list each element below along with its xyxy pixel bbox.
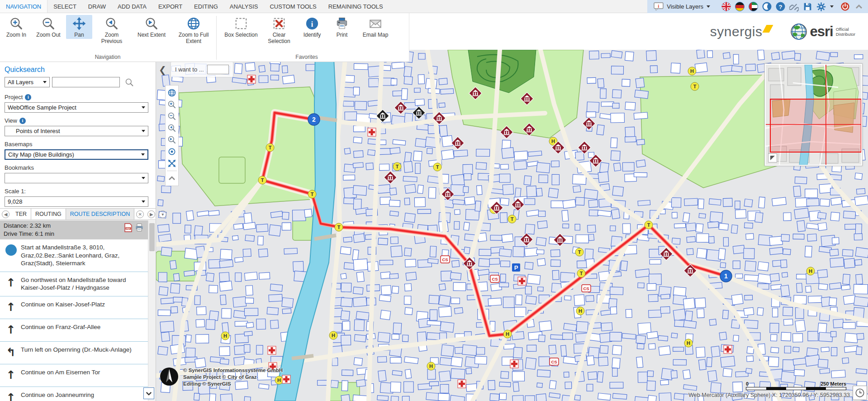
zoom-to-full-extent-button[interactable]: Zoom to Full Extent	[172, 15, 215, 45]
language-arabic-button[interactable]	[749, 2, 758, 11]
poi-pharmacy-marker[interactable]	[282, 375, 290, 383]
route-step[interactable]: ↑Continue on Am Eisernen Tor	[0, 364, 148, 387]
menu-item-remaining-tools[interactable]: REMAINING TOOLS	[323, 0, 389, 13]
logout-button[interactable]	[840, 2, 850, 11]
tab-routing[interactable]: ROUTING	[31, 209, 66, 220]
menu-item-select[interactable]: SELECT	[47, 0, 82, 13]
email-map-button[interactable]: Email Map	[355, 15, 396, 39]
scroll-down-button[interactable]	[143, 387, 154, 399]
collapse-tools-button[interactable]	[166, 172, 178, 184]
tab-route-description[interactable]: ROUTE DESCRIPTION	[66, 209, 135, 220]
poi-transit-marker[interactable]: T	[577, 269, 585, 277]
poi-pharmacy-marker[interactable]	[510, 360, 518, 368]
overview-collapse-button[interactable]	[768, 153, 777, 162]
next-extent-button[interactable]	[166, 134, 178, 146]
center-map-button[interactable]	[166, 146, 178, 158]
info-icon[interactable]: i	[25, 94, 31, 100]
tab-scroll-left-button[interactable]: ◀	[2, 210, 9, 218]
poi-hotel-marker[interactable]: H	[806, 267, 815, 275]
route-step[interactable]: ↑Continue on Franz-Graf-Allee	[0, 319, 148, 342]
route-step[interactable]: ↰Turn left on Opernring (Dr.-Muck-Anlage…	[0, 342, 148, 364]
route-scrollbar[interactable]	[148, 220, 156, 401]
poi-pharmacy-marker[interactable]	[518, 277, 526, 285]
poi-cs-marker[interactable]: CS	[490, 275, 499, 282]
language-english-button[interactable]	[721, 2, 731, 11]
menu-item-draw[interactable]: DRAW	[82, 0, 112, 13]
poi-transit-marker[interactable]: T	[258, 176, 266, 184]
night-mode-button[interactable]	[762, 2, 772, 11]
map-area[interactable]: TTTTTTTTTTTTHHHHHHHHHHCSCSCSCSP21 ❮ I wa…	[156, 50, 868, 401]
route-end-marker[interactable]: 2	[308, 114, 320, 125]
zoom-out-button[interactable]	[166, 110, 178, 122]
clock-button[interactable]	[853, 386, 867, 400]
extent-rectangle[interactable]	[770, 99, 861, 152]
poi-transit-marker[interactable]: T	[575, 248, 583, 256]
help-button[interactable]: ?	[776, 2, 785, 11]
menu-item-editing[interactable]: EDITING	[188, 0, 224, 13]
quicksearch-input[interactable]	[52, 77, 120, 87]
language-german-button[interactable]	[735, 2, 745, 11]
poi-pharmacy-marker[interactable]	[368, 128, 376, 136]
basemaps-select[interactable]: City Map (Blue Buildings)	[5, 149, 148, 160]
search-icon[interactable]	[125, 78, 134, 87]
zoom-out-button[interactable]: Zoom Out	[31, 15, 66, 39]
route-step[interactable]: Start at Mandellstraße 3, 8010, Graz,02.…	[0, 239, 148, 272]
bookmarks-select[interactable]	[5, 173, 148, 183]
poi-cs-marker[interactable]: CS	[550, 358, 559, 365]
poi-cs-marker[interactable]: CS	[441, 256, 450, 263]
map-canvas[interactable]: TTTTTTTTTTTTHHHHHHHHHHCSCSCSCSP21	[156, 50, 868, 401]
print-route-button[interactable]	[135, 223, 144, 232]
zoom-previous-button[interactable]: Zoom Previous	[92, 15, 131, 45]
poi-pharmacy-marker[interactable]	[268, 346, 276, 354]
poi-hotel-marker[interactable]: H	[503, 330, 512, 338]
visible-layers-dropdown[interactable]: i Visible Layers	[654, 2, 710, 11]
save-button[interactable]	[803, 2, 812, 11]
route-step[interactable]: ↑Continue on Joanneumring	[0, 387, 148, 401]
next-extent-button[interactable]: Next Extent	[131, 15, 172, 39]
panel-menu-button[interactable]: ▾	[159, 210, 166, 218]
route-start-marker[interactable]: 1	[720, 270, 732, 282]
quicksearch-layer-select[interactable]: All Layers	[5, 77, 50, 87]
poi-hotel-marker[interactable]: H	[329, 331, 337, 339]
poi-transit-marker[interactable]: T	[308, 190, 316, 198]
info-icon[interactable]: i	[19, 118, 26, 124]
poi-transit-marker[interactable]: T	[508, 215, 516, 223]
poi-transit-marker[interactable]: T	[335, 223, 343, 231]
i-want-to-widget[interactable]: I want to ...	[171, 62, 233, 77]
poi-hotel-marker[interactable]: H	[221, 332, 229, 340]
fullscreen-button[interactable]	[166, 158, 178, 169]
poi-transit-marker[interactable]: T	[393, 162, 401, 171]
export-pdf-button[interactable]: PDF	[124, 223, 132, 232]
poi-transit-marker[interactable]: T	[645, 221, 653, 229]
menu-item-add-data[interactable]: ADD DATA	[112, 0, 152, 13]
menu-item-navigation[interactable]: NAVIGATION	[0, 0, 47, 13]
share-link-button[interactable]	[789, 2, 799, 11]
poi-cs-marker[interactable]: CS	[582, 285, 591, 292]
zoom-in-button[interactable]: Zoom In	[2, 15, 31, 39]
clear-selection-button[interactable]: Clear Selection	[263, 15, 295, 45]
tab-scroll-right-button[interactable]: ▶	[147, 210, 155, 218]
scrollbar-thumb[interactable]	[149, 223, 155, 251]
box-selection-button[interactable]: Box Selection	[219, 15, 263, 39]
menu-item-export[interactable]: EXPORT	[152, 0, 188, 13]
poi-hotel-marker[interactable]: H	[684, 339, 693, 347]
menu-item-custom-tools[interactable]: CUSTOM TOOLS	[264, 0, 322, 13]
settings-chevron-icon[interactable]	[830, 5, 834, 8]
sidebar-collapse-icon[interactable]: ❮	[159, 64, 166, 75]
close-panel-button[interactable]: ✕	[136, 210, 144, 218]
poi-parking-marker[interactable]: P	[512, 263, 520, 272]
overview-map[interactable]	[764, 63, 863, 166]
route-step[interactable]: ↑Continue on Kaiser-Josef-Platz	[0, 296, 148, 319]
poi-pharmacy-marker[interactable]	[247, 75, 256, 83]
settings-button[interactable]	[816, 2, 826, 11]
poi-transit-marker[interactable]: T	[691, 82, 699, 91]
tab-ter[interactable]: TER	[11, 209, 31, 220]
poi-transit-marker[interactable]: T	[433, 163, 441, 171]
zoom-previous-button[interactable]	[166, 122, 178, 134]
print-button[interactable]: Print	[329, 15, 355, 39]
route-step[interactable]: ↑Go northwest on Mandellstraße toward Ka…	[0, 272, 148, 296]
scale-select[interactable]: 9,028	[5, 196, 148, 207]
poi-hotel-marker[interactable]: H	[688, 67, 696, 75]
poi-transit-marker[interactable]: T	[266, 143, 274, 152]
identify-button[interactable]: iIdentify	[295, 15, 329, 39]
